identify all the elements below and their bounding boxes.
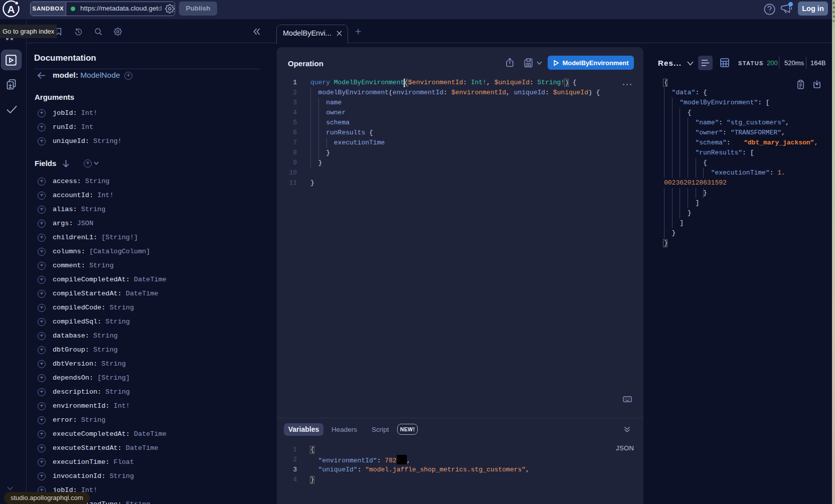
svg-text:A: A <box>7 4 15 15</box>
